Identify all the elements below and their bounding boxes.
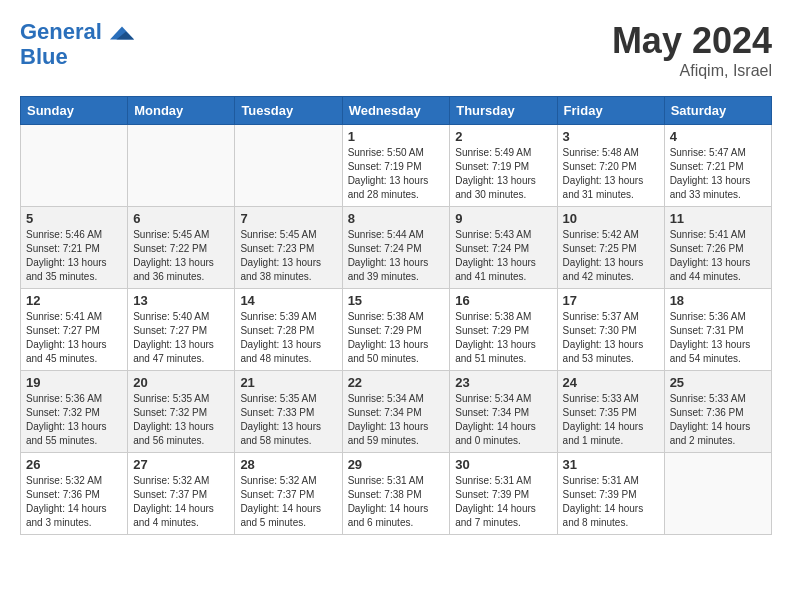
- month-year: May 2024: [612, 20, 772, 62]
- day-info: Sunrise: 5:31 AM Sunset: 7:38 PM Dayligh…: [348, 474, 445, 530]
- day-info: Sunrise: 5:49 AM Sunset: 7:19 PM Dayligh…: [455, 146, 551, 202]
- calendar-cell: 1Sunrise: 5:50 AM Sunset: 7:19 PM Daylig…: [342, 125, 450, 207]
- day-info: Sunrise: 5:32 AM Sunset: 7:36 PM Dayligh…: [26, 474, 122, 530]
- calendar-cell: 19Sunrise: 5:36 AM Sunset: 7:32 PM Dayli…: [21, 371, 128, 453]
- day-info: Sunrise: 5:50 AM Sunset: 7:19 PM Dayligh…: [348, 146, 445, 202]
- weekday-header-row: SundayMondayTuesdayWednesdayThursdayFrid…: [21, 97, 772, 125]
- day-number: 30: [455, 457, 551, 472]
- day-number: 1: [348, 129, 445, 144]
- day-info: Sunrise: 5:48 AM Sunset: 7:20 PM Dayligh…: [563, 146, 659, 202]
- calendar-cell: 16Sunrise: 5:38 AM Sunset: 7:29 PM Dayli…: [450, 289, 557, 371]
- calendar-cell: [235, 125, 342, 207]
- day-info: Sunrise: 5:33 AM Sunset: 7:36 PM Dayligh…: [670, 392, 766, 448]
- calendar-cell: 7Sunrise: 5:45 AM Sunset: 7:23 PM Daylig…: [235, 207, 342, 289]
- calendar-cell: 29Sunrise: 5:31 AM Sunset: 7:38 PM Dayli…: [342, 453, 450, 535]
- weekday-header-saturday: Saturday: [664, 97, 771, 125]
- calendar-cell: 12Sunrise: 5:41 AM Sunset: 7:27 PM Dayli…: [21, 289, 128, 371]
- day-number: 2: [455, 129, 551, 144]
- day-info: Sunrise: 5:36 AM Sunset: 7:32 PM Dayligh…: [26, 392, 122, 448]
- day-info: Sunrise: 5:31 AM Sunset: 7:39 PM Dayligh…: [563, 474, 659, 530]
- day-number: 16: [455, 293, 551, 308]
- day-number: 5: [26, 211, 122, 226]
- day-number: 31: [563, 457, 659, 472]
- day-info: Sunrise: 5:33 AM Sunset: 7:35 PM Dayligh…: [563, 392, 659, 448]
- calendar-cell: 26Sunrise: 5:32 AM Sunset: 7:36 PM Dayli…: [21, 453, 128, 535]
- day-info: Sunrise: 5:39 AM Sunset: 7:28 PM Dayligh…: [240, 310, 336, 366]
- day-info: Sunrise: 5:31 AM Sunset: 7:39 PM Dayligh…: [455, 474, 551, 530]
- day-number: 20: [133, 375, 229, 390]
- calendar-cell: 15Sunrise: 5:38 AM Sunset: 7:29 PM Dayli…: [342, 289, 450, 371]
- calendar-week-4: 19Sunrise: 5:36 AM Sunset: 7:32 PM Dayli…: [21, 371, 772, 453]
- page-header: General Blue May 2024 Afiqim, Israel: [20, 20, 772, 80]
- weekday-header-friday: Friday: [557, 97, 664, 125]
- day-info: Sunrise: 5:40 AM Sunset: 7:27 PM Dayligh…: [133, 310, 229, 366]
- calendar-cell: 24Sunrise: 5:33 AM Sunset: 7:35 PM Dayli…: [557, 371, 664, 453]
- calendar-cell: 2Sunrise: 5:49 AM Sunset: 7:19 PM Daylig…: [450, 125, 557, 207]
- calendar-cell: 22Sunrise: 5:34 AM Sunset: 7:34 PM Dayli…: [342, 371, 450, 453]
- calendar-cell: [128, 125, 235, 207]
- day-number: 10: [563, 211, 659, 226]
- calendar-week-1: 1Sunrise: 5:50 AM Sunset: 7:19 PM Daylig…: [21, 125, 772, 207]
- calendar-cell: 28Sunrise: 5:32 AM Sunset: 7:37 PM Dayli…: [235, 453, 342, 535]
- calendar-week-2: 5Sunrise: 5:46 AM Sunset: 7:21 PM Daylig…: [21, 207, 772, 289]
- day-info: Sunrise: 5:41 AM Sunset: 7:27 PM Dayligh…: [26, 310, 122, 366]
- calendar-cell: 8Sunrise: 5:44 AM Sunset: 7:24 PM Daylig…: [342, 207, 450, 289]
- day-info: Sunrise: 5:47 AM Sunset: 7:21 PM Dayligh…: [670, 146, 766, 202]
- calendar-cell: 10Sunrise: 5:42 AM Sunset: 7:25 PM Dayli…: [557, 207, 664, 289]
- weekday-header-wednesday: Wednesday: [342, 97, 450, 125]
- day-number: 7: [240, 211, 336, 226]
- calendar-cell: 23Sunrise: 5:34 AM Sunset: 7:34 PM Dayli…: [450, 371, 557, 453]
- day-number: 19: [26, 375, 122, 390]
- day-number: 3: [563, 129, 659, 144]
- day-number: 25: [670, 375, 766, 390]
- day-number: 13: [133, 293, 229, 308]
- calendar-cell: 21Sunrise: 5:35 AM Sunset: 7:33 PM Dayli…: [235, 371, 342, 453]
- weekday-header-thursday: Thursday: [450, 97, 557, 125]
- calendar-cell: 5Sunrise: 5:46 AM Sunset: 7:21 PM Daylig…: [21, 207, 128, 289]
- day-info: Sunrise: 5:41 AM Sunset: 7:26 PM Dayligh…: [670, 228, 766, 284]
- calendar-table: SundayMondayTuesdayWednesdayThursdayFrid…: [20, 96, 772, 535]
- calendar-cell: 4Sunrise: 5:47 AM Sunset: 7:21 PM Daylig…: [664, 125, 771, 207]
- calendar-cell: 11Sunrise: 5:41 AM Sunset: 7:26 PM Dayli…: [664, 207, 771, 289]
- calendar-cell: 14Sunrise: 5:39 AM Sunset: 7:28 PM Dayli…: [235, 289, 342, 371]
- day-number: 21: [240, 375, 336, 390]
- day-number: 4: [670, 129, 766, 144]
- day-info: Sunrise: 5:32 AM Sunset: 7:37 PM Dayligh…: [240, 474, 336, 530]
- weekday-header-monday: Monday: [128, 97, 235, 125]
- day-info: Sunrise: 5:34 AM Sunset: 7:34 PM Dayligh…: [348, 392, 445, 448]
- calendar-cell: 25Sunrise: 5:33 AM Sunset: 7:36 PM Dayli…: [664, 371, 771, 453]
- day-number: 28: [240, 457, 336, 472]
- calendar-cell: [664, 453, 771, 535]
- calendar-cell: 31Sunrise: 5:31 AM Sunset: 7:39 PM Dayli…: [557, 453, 664, 535]
- location: Afiqim, Israel: [612, 62, 772, 80]
- calendar-cell: 20Sunrise: 5:35 AM Sunset: 7:32 PM Dayli…: [128, 371, 235, 453]
- day-number: 26: [26, 457, 122, 472]
- day-info: Sunrise: 5:35 AM Sunset: 7:32 PM Dayligh…: [133, 392, 229, 448]
- day-info: Sunrise: 5:45 AM Sunset: 7:22 PM Dayligh…: [133, 228, 229, 284]
- calendar-cell: [21, 125, 128, 207]
- calendar-cell: 27Sunrise: 5:32 AM Sunset: 7:37 PM Dayli…: [128, 453, 235, 535]
- day-info: Sunrise: 5:36 AM Sunset: 7:31 PM Dayligh…: [670, 310, 766, 366]
- logo-blue: Blue: [20, 45, 134, 69]
- day-number: 11: [670, 211, 766, 226]
- calendar-cell: 3Sunrise: 5:48 AM Sunset: 7:20 PM Daylig…: [557, 125, 664, 207]
- day-number: 12: [26, 293, 122, 308]
- day-number: 22: [348, 375, 445, 390]
- day-info: Sunrise: 5:46 AM Sunset: 7:21 PM Dayligh…: [26, 228, 122, 284]
- calendar-cell: 30Sunrise: 5:31 AM Sunset: 7:39 PM Dayli…: [450, 453, 557, 535]
- title-block: May 2024 Afiqim, Israel: [612, 20, 772, 80]
- day-info: Sunrise: 5:34 AM Sunset: 7:34 PM Dayligh…: [455, 392, 551, 448]
- day-number: 6: [133, 211, 229, 226]
- calendar-cell: 6Sunrise: 5:45 AM Sunset: 7:22 PM Daylig…: [128, 207, 235, 289]
- calendar-cell: 13Sunrise: 5:40 AM Sunset: 7:27 PM Dayli…: [128, 289, 235, 371]
- day-number: 27: [133, 457, 229, 472]
- day-info: Sunrise: 5:38 AM Sunset: 7:29 PM Dayligh…: [348, 310, 445, 366]
- logo: General Blue: [20, 20, 134, 69]
- calendar-week-5: 26Sunrise: 5:32 AM Sunset: 7:36 PM Dayli…: [21, 453, 772, 535]
- calendar-cell: 18Sunrise: 5:36 AM Sunset: 7:31 PM Dayli…: [664, 289, 771, 371]
- day-number: 9: [455, 211, 551, 226]
- logo-text: General: [20, 20, 134, 45]
- day-number: 14: [240, 293, 336, 308]
- calendar-week-3: 12Sunrise: 5:41 AM Sunset: 7:27 PM Dayli…: [21, 289, 772, 371]
- weekday-header-sunday: Sunday: [21, 97, 128, 125]
